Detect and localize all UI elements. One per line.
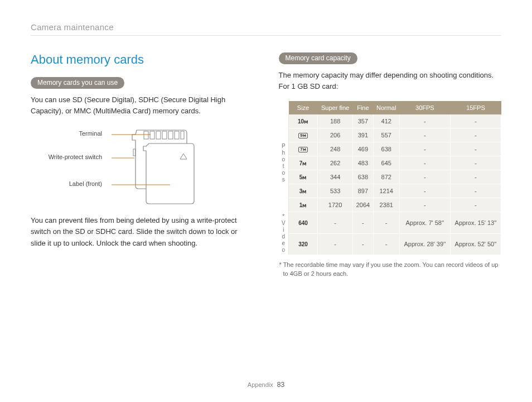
value-cell: 391	[353, 128, 373, 142]
value-cell: -	[399, 170, 450, 184]
value-cell: 206	[318, 128, 353, 142]
paragraph-capacity-intro: The memory capacity may differ depending…	[279, 70, 502, 92]
col-header: Size	[289, 101, 318, 114]
value-cell: 638	[373, 142, 399, 156]
size-cell: 7ᴍ	[289, 156, 318, 170]
value-cell: 248	[318, 142, 353, 156]
callout-write-protect: Write-protect switch	[41, 154, 102, 160]
table-row: 3ᴍ5338971214--	[279, 184, 501, 198]
size-cell: 7ᴍ	[289, 142, 318, 156]
col-header: 30FPS	[399, 101, 450, 114]
value-cell: -	[373, 212, 399, 234]
value-cell: 344	[318, 170, 353, 184]
callout-label-front: Label (front)	[41, 180, 102, 187]
table-row: 1ᴍ172020642381--	[279, 198, 501, 212]
svg-rect-0	[144, 131, 148, 139]
table-row: 320---Approx. 28' 39''Approx. 52' 50''	[279, 233, 501, 255]
value-cell: 412	[373, 114, 399, 128]
value-cell: 188	[318, 114, 353, 128]
value-cell: -	[373, 233, 399, 255]
value-cell: 262	[318, 156, 353, 170]
value-cell: -	[450, 114, 501, 128]
size-cell: 1ᴍ	[289, 198, 318, 212]
value-cell: 2381	[373, 198, 399, 212]
page-title: About memory cards	[31, 52, 254, 67]
value-cell: -	[450, 198, 501, 212]
col-header: 15FPS	[450, 101, 501, 114]
value-cell: 533	[318, 184, 353, 198]
svg-rect-5	[175, 131, 179, 139]
svg-rect-1	[150, 131, 154, 139]
table-row: * Video640---Approx. 7' 58''Approx. 15' …	[279, 212, 501, 234]
size-cell: 5ᴍ	[289, 170, 318, 184]
paragraph-usable-cards: You can use SD (Secure Digital), SDHC (S…	[31, 94, 254, 117]
value-cell: 1214	[373, 184, 399, 198]
value-cell: -	[450, 128, 501, 142]
capacity-table-wrap: SizeSuper fineFineNormal30FPS15FPS Photo…	[279, 101, 502, 255]
value-cell: 897	[353, 184, 373, 198]
footer-label: Appendix	[248, 381, 273, 388]
svg-rect-4	[168, 131, 173, 139]
value-cell: 1720	[318, 198, 353, 212]
value-cell: -	[399, 198, 450, 212]
value-cell: Approx. 28' 39''	[399, 233, 450, 255]
col-header: Super fine	[318, 101, 353, 114]
subsection-pill-cards-usable: Memory cards you can use	[31, 77, 124, 89]
col-header: Normal	[373, 101, 399, 114]
col-header: Fine	[353, 101, 373, 114]
divider	[31, 35, 501, 36]
table-row: Photos10ᴍ188357412--	[279, 114, 501, 128]
capacity-table: SizeSuper fineFineNormal30FPS15FPS Photo…	[279, 101, 502, 255]
value-cell: 469	[353, 142, 373, 156]
value-cell: Approx. 7' 58''	[399, 212, 450, 234]
table-row: 7ᴍ262483645--	[279, 156, 501, 170]
value-cell: 872	[373, 170, 399, 184]
left-column: About memory cards Memory cards you can …	[31, 52, 254, 278]
value-cell: 483	[353, 156, 373, 170]
value-cell: -	[399, 114, 450, 128]
size-cell: 10ᴍ	[289, 114, 318, 128]
value-cell: -	[450, 170, 501, 184]
value-cell: -	[399, 156, 450, 170]
value-cell: -	[353, 233, 373, 255]
value-cell: -	[353, 212, 373, 234]
table-row: 5ᴍ344638872--	[279, 170, 501, 184]
sd-card-diagram: Terminal Write-protect switch Label (fro…	[31, 126, 209, 209]
page-number: 83	[277, 381, 284, 389]
row-group-label: Photos	[279, 114, 289, 212]
content-columns: About memory cards Memory cards you can …	[31, 52, 501, 278]
footnote: * The recordable time may vary if you us…	[279, 261, 502, 278]
value-cell: 645	[373, 156, 399, 170]
svg-rect-2	[156, 131, 161, 139]
value-cell: -	[318, 212, 353, 234]
value-cell: 357	[353, 114, 373, 128]
subsection-pill-capacity: Memory card capacity	[279, 52, 357, 64]
value-cell: -	[318, 233, 353, 255]
value-cell: -	[450, 156, 501, 170]
value-cell: Approx. 52' 50''	[450, 233, 501, 255]
sd-card-illustration	[31, 126, 209, 209]
value-cell: -	[399, 184, 450, 198]
value-cell: 557	[373, 128, 399, 142]
svg-rect-6	[181, 131, 184, 139]
value-cell: 2064	[353, 198, 373, 212]
row-group-label: * Video	[279, 212, 289, 255]
value-cell: 638	[353, 170, 373, 184]
value-cell: -	[399, 128, 450, 142]
size-cell: 3ᴍ	[289, 184, 318, 198]
table-row: 7ᴍ248469638--	[279, 142, 501, 156]
section-header: Camera maintenance	[31, 22, 501, 32]
value-cell: -	[450, 142, 501, 156]
value-cell: Approx. 15' 13''	[450, 212, 501, 234]
size-cell: 320	[289, 233, 318, 255]
size-cell: 9ᴍ	[289, 128, 318, 142]
size-cell: 640	[289, 212, 318, 234]
svg-rect-3	[162, 131, 167, 139]
table-row: 9ᴍ206391557--	[279, 128, 501, 142]
callout-terminal: Terminal	[41, 130, 102, 137]
table-head: SizeSuper fineFineNormal30FPS15FPS	[279, 101, 501, 114]
paragraph-write-protect: You can prevent files from being deleted…	[31, 215, 254, 248]
value-cell: -	[399, 142, 450, 156]
value-cell: -	[450, 184, 501, 198]
right-column: Memory card capacity The memory capacity…	[279, 52, 502, 278]
